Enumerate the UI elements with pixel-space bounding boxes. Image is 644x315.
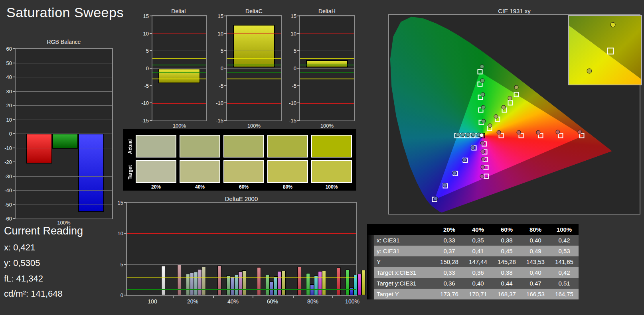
cie-measured-dot-yellow bbox=[514, 85, 519, 89]
y-axis-label: 10 bbox=[143, 30, 149, 36]
y-axis-tick bbox=[124, 264, 126, 265]
gridline bbox=[16, 105, 112, 106]
swatch-col-label: 100% bbox=[326, 184, 338, 190]
current-reading-title: Current Reading bbox=[4, 225, 83, 237]
swatch-row-label-actual: Actual bbox=[127, 136, 133, 157]
y-axis-tick bbox=[13, 133, 15, 134]
cie-measured-dot-magenta bbox=[480, 141, 485, 146]
cie-measured-dot-yellow bbox=[488, 123, 492, 128]
rgb-bar-red bbox=[26, 134, 52, 163]
x-axis-tick bbox=[253, 296, 253, 298]
x-axis-tick bbox=[332, 296, 333, 298]
swatch-col-label: 80% bbox=[283, 184, 292, 190]
table-cell: 147,44 bbox=[464, 256, 492, 267]
y-axis-label: 15 bbox=[291, 13, 296, 19]
table-row: Target x:CIE310,330,360,380,400,42 bbox=[367, 267, 579, 278]
table-row: Target Y173,76170,71168,37166,53164,75 bbox=[367, 289, 579, 299]
table-cell: 173,76 bbox=[435, 289, 464, 299]
cie-measured-dot-yellow bbox=[508, 96, 512, 100]
table-cell: 170,71 bbox=[464, 289, 492, 299]
limit-line bbox=[300, 103, 354, 104]
page-title: Saturation Sweeps bbox=[6, 5, 124, 20]
y-axis-label: 60 bbox=[6, 46, 12, 52]
y-axis-tick bbox=[13, 204, 15, 205]
limit-line bbox=[227, 103, 281, 104]
y-axis-tick bbox=[13, 161, 15, 162]
cie-measured-dot-magenta bbox=[480, 174, 484, 179]
y-axis-tick bbox=[297, 33, 300, 34]
table-cell: 0,37 bbox=[435, 246, 464, 256]
deltae-bar-20%-3 bbox=[194, 272, 198, 295]
y-axis-tick bbox=[13, 176, 15, 177]
table-cell: 0,40 bbox=[521, 267, 550, 278]
deltae-group-label: 100 bbox=[148, 298, 157, 305]
table-row: y: CIE310,370,410,450,490,53 bbox=[367, 246, 579, 256]
y-axis-tick bbox=[297, 16, 300, 16]
y-axis-tick bbox=[224, 120, 227, 121]
gridline bbox=[16, 91, 112, 92]
y-axis-label: 0 bbox=[146, 65, 149, 71]
gridline bbox=[127, 264, 356, 265]
y-axis-label: -5 bbox=[292, 83, 296, 89]
gridline bbox=[227, 16, 281, 16]
table-cell: 0,40 bbox=[464, 278, 492, 289]
delta-chart-xlabel: 100% bbox=[247, 123, 261, 129]
deltae-bar-100%-0 bbox=[337, 268, 341, 295]
gridline bbox=[227, 51, 281, 51]
cie-measured-dot-red bbox=[497, 130, 501, 135]
table-cell: 0,36 bbox=[464, 267, 492, 278]
y-axis-label: 5 bbox=[121, 261, 123, 267]
y-axis-label: 10 bbox=[218, 30, 223, 36]
x-axis-tick bbox=[173, 296, 174, 298]
limit-line bbox=[227, 65, 281, 65]
swatch-actual-100% bbox=[311, 135, 352, 158]
rgb-balance-chart: 6050403020100-10-20-30-40-50-60 bbox=[16, 49, 112, 219]
cie-measured-dot-green bbox=[480, 65, 484, 69]
delta-bar bbox=[158, 69, 200, 83]
y-axis-tick bbox=[13, 119, 15, 120]
deltae-bar-80%-3 bbox=[314, 276, 318, 295]
gridline bbox=[227, 68, 281, 69]
table-cell: 0,49 bbox=[521, 246, 550, 256]
y-axis-label: 10 bbox=[6, 116, 12, 122]
swatch-target-80% bbox=[267, 160, 308, 183]
deltae-bar-40%-5 bbox=[242, 270, 246, 295]
table-column-header: 80% bbox=[521, 224, 550, 235]
y-axis-tick bbox=[297, 50, 300, 51]
cie-zoom-inset bbox=[568, 15, 642, 85]
y-axis-tick bbox=[124, 202, 126, 203]
cie-target-square-magenta bbox=[484, 173, 489, 179]
delta-chart-deltal: 151050-5-10-15 bbox=[152, 16, 206, 120]
table-row-label: Target x:CIE31 bbox=[374, 267, 435, 278]
table-cell: 164,75 bbox=[550, 289, 579, 299]
inset-target-square bbox=[607, 47, 614, 54]
y-axis-label: 5 bbox=[294, 48, 296, 54]
cie-title: CIE 1931 xy bbox=[498, 8, 531, 14]
deltae-bar-80%-0 bbox=[297, 267, 301, 295]
y-axis-label: 50 bbox=[6, 60, 12, 66]
table-cell: 0,33 bbox=[435, 267, 464, 278]
cie-measured-dot-magenta bbox=[480, 149, 485, 154]
deltae-bar-100%-4 bbox=[358, 274, 362, 295]
inset-measured-dot-80 bbox=[587, 68, 592, 73]
table-header-label bbox=[374, 224, 435, 235]
table-row-gutter bbox=[367, 267, 374, 278]
cie-measured-dot-cyan bbox=[456, 133, 460, 137]
deltae-bar-60%-2 bbox=[270, 282, 274, 295]
inset-measured-dot-100 bbox=[610, 22, 616, 28]
limit-line bbox=[152, 79, 206, 79]
table-row: Y150,28147,44145,28143,53141,65 bbox=[367, 256, 579, 267]
gridline bbox=[300, 86, 354, 86]
y-axis-tick bbox=[150, 33, 152, 34]
deltae-group-label: 80% bbox=[307, 298, 318, 305]
y-axis-tick bbox=[13, 91, 15, 92]
gridline bbox=[300, 16, 354, 16]
gridline bbox=[152, 51, 206, 51]
deltae-group-label: 60% bbox=[267, 298, 278, 305]
table-cell: 0,42 bbox=[550, 267, 579, 278]
cie-measured-dot-magenta bbox=[481, 157, 485, 161]
y-axis-label: -40 bbox=[4, 187, 12, 193]
delta-chart-title: DeltaH bbox=[318, 8, 336, 14]
y-axis-label: 15 bbox=[218, 13, 223, 19]
y-axis-tick bbox=[224, 16, 227, 16]
